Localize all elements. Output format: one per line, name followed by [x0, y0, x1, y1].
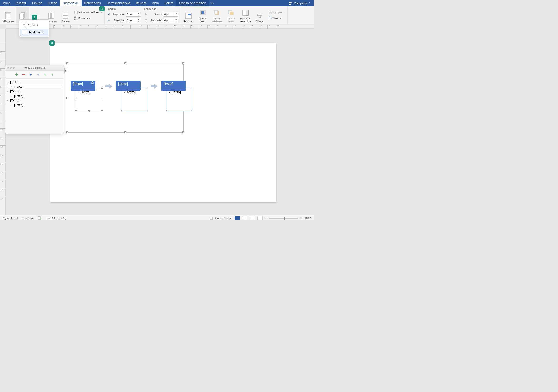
- tab-insertar[interactable]: Insertar: [13, 0, 29, 6]
- resize-handle[interactable]: [66, 131, 68, 133]
- breaks-icon: [61, 12, 69, 19]
- window-controls[interactable]: [7, 67, 15, 69]
- status-language[interactable]: Español (España): [45, 217, 66, 219]
- tab-vista[interactable]: Vista: [149, 0, 162, 6]
- smartart-block[interactable]: [Texto] • [Texto]: [116, 81, 147, 91]
- smartart-head[interactable]: [Texto]: [116, 81, 140, 91]
- smartart-block[interactable]: [Texto] • [Texto]: [161, 81, 192, 91]
- tab-referencias[interactable]: Referencias: [82, 0, 104, 6]
- text-pane-item[interactable]: [Texto]: [7, 84, 62, 89]
- resize-handle[interactable]: [183, 131, 184, 133]
- share-caret-icon: ⌃: [309, 2, 311, 4]
- margins-button[interactable]: Márgenes: [2, 7, 15, 23]
- portrait-icon: [22, 22, 26, 27]
- text-pane-item[interactable]: [Texto]: [7, 89, 62, 94]
- view-draft[interactable]: [257, 216, 262, 220]
- spacing-after-icon: [144, 19, 148, 22]
- tab-diseno[interactable]: Diseño: [45, 0, 60, 6]
- svg-rect-22: [259, 16, 261, 17]
- resize-handle[interactable]: [124, 62, 126, 64]
- tab-smartart-design[interactable]: Diseño de SmartArt: [176, 0, 209, 6]
- zoom-out-button[interactable]: −: [265, 216, 267, 220]
- line-numbers-label: Números de línea: [78, 11, 99, 14]
- tabs-overflow-icon[interactable]: ≫: [209, 1, 215, 5]
- ruler-horizontal[interactable]: 1234567891011121314151617181920212223242…: [6, 25, 314, 28]
- smartart-frame[interactable]: ▶ [Texto]G • [Texto]: [67, 63, 184, 133]
- send-backward-button[interactable]: Enviar atrás: [225, 7, 238, 23]
- tab-inicio[interactable]: Inicio: [0, 0, 13, 6]
- text-pane-list[interactable]: [Texto][Texto][Texto][Texto][Texto][Text…: [6, 79, 63, 108]
- smartart-block[interactable]: [Texto]G • [Texto]: [71, 81, 102, 91]
- tab-dibujar[interactable]: Dibujar: [29, 0, 44, 6]
- status-bar: Página 1 de 1 0 palabras Español (España…: [0, 215, 314, 220]
- position-button[interactable]: Posición: [182, 7, 195, 23]
- view-web-layout[interactable]: [242, 216, 247, 220]
- resize-handle[interactable]: [66, 62, 68, 64]
- status-word-count[interactable]: 0 palabras: [22, 217, 34, 219]
- tab-correspondencia[interactable]: Correspondencia: [104, 0, 133, 6]
- focus-mode-label[interactable]: Concentración: [215, 217, 232, 219]
- text-pane-item[interactable]: [Texto]: [7, 94, 62, 98]
- svg-rect-12: [188, 14, 191, 16]
- share-button[interactable]: Compartir ⌃: [286, 1, 314, 5]
- smartart-body[interactable]: • [Texto]: [166, 88, 192, 111]
- indent-left-label: Izquierda:: [111, 13, 125, 16]
- svg-rect-13: [201, 11, 204, 14]
- hyphenation-label: Guiones: [78, 17, 88, 19]
- margins-label: Márgenes: [3, 20, 14, 23]
- bring-forward-button[interactable]: Traer adelante: [210, 7, 223, 23]
- zoom-level[interactable]: 100 %: [305, 217, 312, 219]
- view-print-layout[interactable]: [235, 216, 240, 220]
- send-backward-icon: [227, 9, 235, 17]
- spacing-before-label: Antes:: [148, 13, 162, 16]
- rotate-button[interactable]: Girar: [268, 16, 285, 20]
- zoom-slider[interactable]: [270, 218, 298, 218]
- resize-handle[interactable]: [66, 97, 68, 99]
- line-numbers-button[interactable]: Números de línea: [73, 10, 103, 15]
- svg-rect-8: [63, 13, 68, 16]
- tab-disposicion[interactable]: Disposición: [60, 0, 81, 6]
- tab-zotero[interactable]: Zotero: [162, 0, 176, 6]
- orientation-horizontal[interactable]: Horizontal: [20, 29, 48, 36]
- breaks-button[interactable]: Saltos: [59, 7, 72, 23]
- promote-button[interactable]: [29, 73, 33, 76]
- spacing-before-input[interactable]: ▲▼: [163, 12, 178, 17]
- smartart-body-selected[interactable]: • [Texto]: [76, 88, 102, 111]
- resize-handle[interactable]: [124, 131, 126, 133]
- zoom-in-button[interactable]: +: [300, 216, 302, 220]
- text-pane-item[interactable]: [Texto]: [7, 98, 62, 103]
- ruler-vertical[interactable]: 123456789101112131415161718: [0, 28, 6, 215]
- tab-revisar[interactable]: Revisar: [133, 0, 149, 6]
- smartart-head[interactable]: [Texto]G: [71, 81, 95, 91]
- bring-forward-icon: [213, 9, 221, 17]
- demote-button[interactable]: [36, 73, 40, 76]
- text-pane-titlebar[interactable]: Texto de SmartArt: [6, 65, 63, 71]
- add-item-button[interactable]: [15, 73, 18, 76]
- align-button[interactable]: Alinear: [253, 7, 266, 23]
- selection-pane-button[interactable]: Panel de selección: [239, 7, 252, 23]
- spacing-after-input[interactable]: ▲▼: [163, 18, 178, 23]
- svg-point-0: [289, 2, 291, 3]
- view-outline[interactable]: [250, 216, 255, 220]
- smartart-expand-tab[interactable]: ▶: [64, 68, 67, 73]
- group-button[interactable]: Agrupar: [268, 10, 285, 15]
- text-pane-item[interactable]: [Texto]: [7, 80, 62, 84]
- wrap-text-button[interactable]: Ajustar texto: [196, 7, 209, 23]
- smartart-head[interactable]: [Texto]: [161, 81, 186, 91]
- orientation-vertical[interactable]: Vertical: [20, 21, 48, 29]
- text-pane-item[interactable]: [Texto]: [7, 103, 62, 107]
- page[interactable]: ▶ [Texto]G • [Texto]: [50, 43, 276, 202]
- indent-left-input[interactable]: ▲▼: [126, 12, 140, 17]
- hyphenation-button[interactable]: a-bc Guiones: [73, 16, 103, 20]
- move-down-button[interactable]: [43, 73, 47, 76]
- status-page[interactable]: Página 1 de 1: [2, 217, 18, 219]
- send-backward-label: Enviar atrás: [225, 17, 238, 23]
- smartart-body[interactable]: • [Texto]: [121, 88, 147, 111]
- smartart-text-pane[interactable]: Texto de SmartArt [Texto][Texto][Texto][…: [5, 65, 64, 134]
- move-up-button[interactable]: [50, 73, 54, 76]
- remove-item-button[interactable]: [22, 73, 26, 76]
- focus-mode-icon[interactable]: [209, 217, 213, 219]
- indent-right-input[interactable]: ▲▼: [126, 18, 140, 23]
- spellcheck-icon[interactable]: [38, 217, 42, 220]
- resize-handle[interactable]: [183, 62, 184, 64]
